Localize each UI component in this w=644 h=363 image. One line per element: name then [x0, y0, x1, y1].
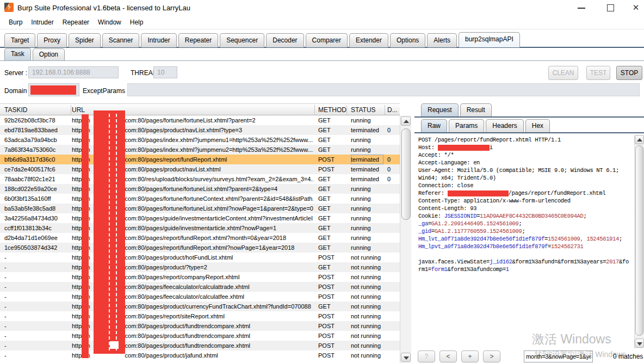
task-row[interactable]: ccff1f013813b34chttp://ncom:80/pages/gui… — [0, 223, 400, 233]
task-row[interactable]: -http://ncom:80/pages/product/currencyFu… — [0, 302, 400, 311]
request-line: Content-Length: 93 — [418, 205, 633, 212]
tab-decoder[interactable]: Decoder — [266, 33, 304, 47]
subtab-task[interactable]: Task — [4, 48, 31, 60]
title-bar: Burp Suite Professional v1.6beta - licen… — [0, 0, 644, 15]
request-line: Connection: close — [418, 182, 633, 189]
tab-intruder[interactable]: Intruder — [141, 33, 176, 47]
test-button[interactable]: TEST — [586, 66, 610, 80]
task-row[interactable]: -http://ncom:80/pages/product/hotFundLis… — [0, 253, 400, 262]
raw-view-tab-strip: RawParamsHeadersHex — [421, 119, 552, 132]
maximize-button-icon[interactable] — [607, 4, 614, 11]
clean-button[interactable]: CLEAN — [548, 66, 578, 80]
thread-input[interactable] — [153, 66, 177, 78]
match-count: 0 matches — [613, 353, 643, 360]
redaction-bar-1 — [82, 114, 89, 358]
request-raw-view[interactable]: POST /pages/report/fundReport.xhtml HTTP… — [418, 136, 633, 348]
task-row[interactable]: ebd7819ae833baedhttp://ncom:80/pages/pro… — [0, 125, 400, 135]
tab-sequencer[interactable]: Sequencer — [220, 33, 264, 47]
request-line: Hm_lvt_a0f71a8de392d47b8e6e56f1d1ef879f=… — [418, 235, 633, 243]
task-table-header: TASKIDURLMETHODSTATUSD... — [0, 103, 400, 115]
task-row[interactable]: -http://ncom:80/pages/product/fundtrendc… — [0, 341, 400, 350]
menu-help[interactable]: Help — [126, 16, 148, 28]
burp-logo-icon — [4, 3, 14, 12]
search-plus-button[interactable]: + — [461, 350, 479, 362]
task-row[interactable]: 188cd022e59a20cehttp://ncom:80/pages/for… — [0, 184, 400, 194]
except-params-input[interactable] — [127, 83, 640, 96]
tab-params[interactable]: Params — [449, 119, 484, 132]
request-line: Referer: /pages/report/fundReport.xhtml — [418, 189, 633, 197]
request-result-tab-strip: RequestResult — [421, 103, 493, 116]
tab-headers[interactable]: Headers — [486, 119, 523, 132]
scroll-up-icon[interactable] — [401, 116, 411, 126]
task-row[interactable]: -http://ncom:80/pages/product/fundtrendc… — [0, 321, 400, 331]
task-row[interactable]: 63adca3a79a94bcbhttp://ncom:80/pages/ind… — [0, 135, 400, 145]
request-tab-underline — [414, 116, 644, 118]
request-scrollbar-thumb[interactable] — [635, 145, 643, 336]
task-row[interactable]: 1ce950503874d342http://ncom:80/pages/rep… — [0, 243, 400, 253]
task-row[interactable]: ba53ab5fe38c5ad8http://ncom:80/pages/for… — [0, 204, 400, 213]
task-row[interactable]: -http://ncom:80/pages/report/companyRepo… — [0, 272, 400, 282]
tab-alerts[interactable]: Alerts — [427, 33, 457, 47]
menu-intruder[interactable]: Intruder — [27, 16, 58, 28]
task-row[interactable]: -http://ncom:80/pages/feecalculator/calc… — [0, 292, 400, 302]
server-input[interactable] — [28, 66, 119, 78]
request-scroll-up-icon[interactable] — [635, 135, 644, 144]
task-row[interactable]: 6b0f3bf135a160ffhttp://ncom:80/pages/for… — [0, 194, 400, 204]
column-header-taskid[interactable]: TASKID — [4, 106, 27, 114]
table-scrollbar-thumb[interactable] — [401, 128, 411, 220]
column-header-method[interactable]: METHOD — [318, 106, 346, 114]
tab-extender[interactable]: Extender — [349, 33, 388, 47]
minimize-button-icon[interactable] — [578, 8, 585, 9]
tab-target[interactable]: Target — [4, 33, 35, 47]
task-row[interactable]: 7a863f34a753060chttp://ncom:80/pages/ind… — [0, 145, 400, 155]
domain-label: Domain : — [4, 87, 30, 95]
task-row[interactable]: ce7da2e400517fc6http://ncom:80/pages/pro… — [0, 164, 400, 174]
menu-window[interactable]: Window — [94, 16, 126, 28]
column-header-status[interactable]: STATUS — [351, 106, 376, 114]
tab-spider[interactable]: Spider — [69, 33, 101, 47]
request-scroll-down-icon[interactable] — [635, 339, 644, 348]
column-header-d[interactable]: D... — [387, 106, 398, 114]
request-line: Cookie: JSESSIONID=11AD9AAEF8C4432CB0BD3… — [418, 212, 633, 220]
request-line: _gid=GA1.2.1177760559.1524561009; — [418, 227, 633, 235]
task-row[interactable]: bfb6d9a3117d36c0http://ncom:80/pages/rep… — [0, 155, 400, 164]
tab-comparer[interactable]: Comparer — [306, 33, 348, 47]
tab-request[interactable]: Request — [421, 103, 459, 116]
search-input[interactable] — [524, 350, 593, 362]
column-header-url[interactable]: URL — [72, 106, 85, 114]
main-tab-strip: TargetProxySpiderScannerIntruderRepeater… — [4, 33, 522, 47]
task-row[interactable]: 3a42256a84734d30http://ncom:80/pages/gui… — [0, 213, 400, 223]
request-line: _ga=GA1.2.2091446495.1524561009; — [418, 220, 633, 227]
task-row[interactable]: d2b4da71d1e069eehttp://ncom:80/pages/rep… — [0, 233, 400, 243]
tab-proxy[interactable]: Proxy — [37, 33, 67, 47]
task-row[interactable]: -http://ncom:80/pages/feecalculator/calc… — [0, 282, 400, 292]
menu-repeater[interactable]: Repeater — [58, 16, 94, 28]
redaction-inline — [448, 190, 509, 196]
scroll-down-icon[interactable] — [401, 353, 411, 362]
task-row[interactable]: -http://ncom:80/pages/product/jafund.xht… — [0, 350, 400, 360]
tab-burp2sqlmapapi[interactable]: burp2sqlmapAPI — [459, 32, 520, 47]
close-button-icon[interactable]: ✕ — [631, 3, 641, 13]
task-row[interactable]: -http://ncom:80/pages/report/siteReport.… — [0, 311, 400, 321]
tab-raw[interactable]: Raw — [421, 119, 447, 132]
stop-button[interactable]: STOP — [616, 66, 642, 80]
request-line: Accept-Language: en — [418, 159, 633, 167]
search-next-button[interactable]: > — [483, 350, 500, 362]
task-row[interactable]: -http://ncom:80/pages/product/fundtrendc… — [0, 331, 400, 341]
tab-repeater[interactable]: Repeater — [178, 33, 218, 47]
tab-result[interactable]: Result — [460, 103, 492, 116]
request-line: Win64; x64; Trident/5.0) — [418, 174, 633, 182]
tab-scanner[interactable]: Scanner — [102, 33, 140, 47]
menu-burp[interactable]: Burp — [4, 16, 27, 28]
sub-tab-strip: TaskOption — [4, 49, 66, 60]
search-prev-button[interactable]: < — [439, 350, 457, 362]
task-row[interactable]: 92b262b08cf3bc78http://ncom:80/pages/for… — [0, 115, 400, 125]
task-row[interactable]: 78aabc78f02c1e21http://ncom:80/res/uploa… — [0, 174, 400, 184]
task-row[interactable]: -http://ncom:80/pages/product/?type=2GET… — [0, 262, 400, 272]
search-help-button[interactable]: ? — [418, 350, 435, 362]
request-scrollbar[interactable] — [634, 135, 644, 348]
table-scrollbar[interactable] — [400, 115, 411, 363]
subtab-option[interactable]: Option — [33, 48, 65, 60]
tab-options[interactable]: Options — [390, 33, 425, 47]
tab-hex[interactable]: Hex — [525, 119, 550, 132]
